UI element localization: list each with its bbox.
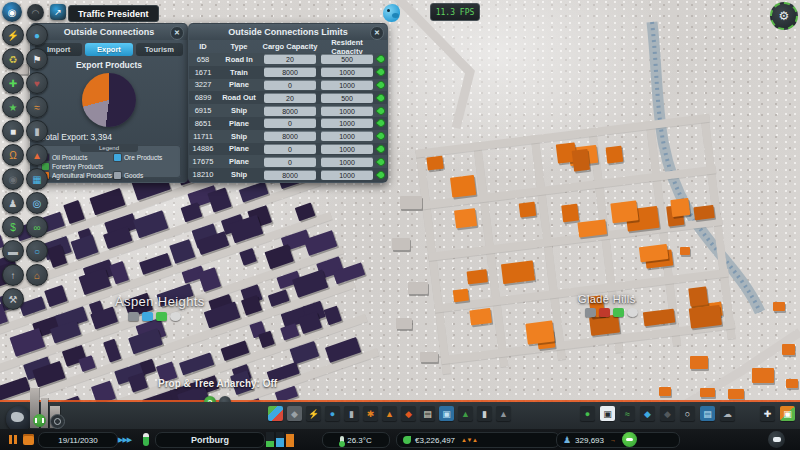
population-field[interactable]: ♟ 329,693 →: [556, 432, 680, 448]
happiness-indicator[interactable]: [622, 432, 637, 447]
cargo-capacity-input[interactable]: 0: [264, 144, 316, 154]
panel-header[interactable]: Outside Connections Limits ✕: [189, 24, 387, 40]
locate-pin-icon[interactable]: [375, 105, 386, 116]
cargo-capacity-input[interactable]: 0: [264, 118, 316, 128]
close-icon[interactable]: ✕: [370, 26, 384, 40]
calendar-icon[interactable]: [23, 434, 34, 445]
find-it-search-icon[interactable]: ○: [680, 406, 695, 421]
radio-button[interactable]: ◠: [27, 4, 44, 21]
surface-tool-icon[interactable]: ◆: [660, 406, 675, 421]
game-viewport[interactable]: Aspen Heights Glade Hills Prop & Tree An…: [0, 0, 800, 450]
milestones-button[interactable]: ◉: [2, 2, 22, 22]
infoview-healthcare[interactable]: ✚: [2, 72, 24, 94]
terrain-menu-icon[interactable]: ▲: [496, 406, 511, 421]
chirper-feed-button[interactable]: ↗: [50, 4, 66, 20]
cargo-capacity-input[interactable]: 0: [264, 157, 316, 167]
infoview-heating[interactable]: ⌂: [26, 264, 48, 286]
cargo-capacity-input[interactable]: 8000: [264, 67, 316, 77]
locate-pin-icon[interactable]: [375, 156, 386, 167]
panel-header[interactable]: ⚑ Outside Connections ✕: [31, 24, 187, 40]
infoview-electricity[interactable]: ⚡: [2, 24, 24, 46]
infoview-mods-tools[interactable]: ⚒: [2, 288, 24, 310]
locate-pin-icon[interactable]: [375, 143, 386, 154]
infoview-fire-safety[interactable]: ▲: [26, 144, 48, 166]
campus-menu-icon[interactable]: ▲: [382, 406, 397, 421]
chirper-mascot[interactable]: [381, 2, 402, 24]
cargo-capacity-input[interactable]: 0: [264, 80, 316, 90]
infoview-land-value[interactable]: ★: [2, 96, 24, 118]
weather-icon[interactable]: ☁: [720, 406, 735, 421]
resident-capacity-input[interactable]: 1000: [321, 118, 373, 128]
zoning-menu-icon[interactable]: ◆: [287, 406, 302, 421]
infoview-garbage[interactable]: ♻: [2, 48, 24, 70]
settings-gear-button[interactable]: ⚙: [770, 2, 798, 30]
play-pause-badge[interactable]: [33, 414, 46, 427]
infoview-crime[interactable]: ◉: [2, 168, 24, 190]
roads-menu-icon[interactable]: [268, 406, 283, 421]
infoview-fishing[interactable]: ≈: [26, 96, 48, 118]
trees-menu-icon[interactable]: ▲: [458, 406, 473, 421]
electricity-menu-icon[interactable]: ⚡: [306, 406, 321, 421]
infoview-landfill[interactable]: ⚑: [26, 48, 48, 70]
infoview-entertainment[interactable]: ○: [26, 240, 48, 262]
resources-tool-icon[interactable]: ●: [580, 406, 595, 421]
screenshot-camera-button[interactable]: [768, 431, 785, 448]
cargo-capacity-input[interactable]: 20: [264, 54, 316, 64]
sim-speed-buttons[interactable]: ▶▶▶: [118, 436, 131, 444]
resident-capacity-input[interactable]: 500: [321, 54, 373, 64]
foliage-tool-icon[interactable]: ≈: [620, 406, 635, 421]
infoview-noise[interactable]: Ω: [2, 144, 24, 166]
education-menu-icon[interactable]: ▤: [420, 406, 435, 421]
guide-book-icon[interactable]: ▤: [700, 406, 715, 421]
tab-export[interactable]: Export: [85, 43, 132, 56]
parks-menu-icon[interactable]: ▣: [439, 406, 454, 421]
infoview-water[interactable]: ●: [26, 24, 48, 46]
close-icon[interactable]: ✕: [170, 26, 184, 40]
cargo-capacity-input[interactable]: 20: [264, 93, 316, 103]
resident-capacity-input[interactable]: 1000: [321, 170, 373, 180]
infoview-garbage-truck[interactable]: ▮: [26, 120, 48, 142]
cargo-capacity-input[interactable]: 8000: [264, 170, 316, 180]
resident-capacity-input[interactable]: 1000: [321, 80, 373, 90]
locate-pin-icon[interactable]: [375, 79, 386, 90]
free-camera-icon[interactable]: ▣: [780, 406, 795, 421]
pan-tool-icon[interactable]: ✚: [760, 406, 775, 421]
locate-pin-icon[interactable]: [375, 169, 386, 180]
resident-capacity-input[interactable]: 1000: [321, 144, 373, 154]
locate-pin-icon[interactable]: [375, 67, 386, 78]
infoview-transport[interactable]: ▦: [26, 168, 48, 190]
extinguisher-icon[interactable]: [143, 433, 149, 446]
scenario-editor-icon[interactable]: ▣: [600, 406, 615, 421]
resident-capacity-input[interactable]: 1000: [321, 157, 373, 167]
time-clock-badge[interactable]: [50, 414, 65, 429]
cargo-capacity-input[interactable]: 8000: [264, 131, 316, 141]
infoview-deathcare[interactable]: ♥: [26, 72, 48, 94]
resident-capacity-input[interactable]: 500: [321, 93, 373, 103]
infoview-road-maintenance[interactable]: ▬: [2, 240, 24, 262]
locate-pin-icon[interactable]: [375, 118, 386, 129]
resident-capacity-input[interactable]: 1000: [321, 67, 373, 77]
industry-menu-icon[interactable]: ✱: [363, 406, 378, 421]
cargo-capacity-input[interactable]: 8000: [264, 106, 316, 116]
garbage-menu-icon[interactable]: ▮: [344, 406, 359, 421]
resident-capacity-input[interactable]: 1000: [321, 106, 373, 116]
pause-button[interactable]: [9, 435, 17, 444]
resident-capacity-input[interactable]: 1000: [321, 131, 373, 141]
infoview-population[interactable]: ♟: [2, 192, 24, 214]
infoview-outside-connections[interactable]: ◎: [26, 192, 48, 214]
police-menu-icon[interactable]: ◆: [401, 406, 416, 421]
water-menu-icon[interactable]: ●: [325, 406, 340, 421]
rci-demand-bars[interactable]: [266, 432, 294, 447]
money-field[interactable]: €3,226,497 ▲▼▲: [396, 432, 560, 448]
locate-pin-icon[interactable]: [375, 92, 386, 103]
infoview-police[interactable]: ■: [2, 120, 24, 142]
infoview-wind[interactable]: ↑: [2, 264, 24, 286]
city-name-field[interactable]: Portburg: [155, 432, 265, 448]
water-tool-icon[interactable]: ◆: [640, 406, 655, 421]
monuments-menu-icon[interactable]: ▮: [477, 406, 492, 421]
infoview-traffic-routes[interactable]: ∞: [26, 216, 48, 238]
locate-pin-icon[interactable]: [375, 54, 386, 65]
tab-tourism[interactable]: Tourism: [136, 43, 183, 56]
infoview-economy[interactable]: $: [2, 216, 24, 238]
locate-pin-icon[interactable]: [375, 131, 386, 142]
